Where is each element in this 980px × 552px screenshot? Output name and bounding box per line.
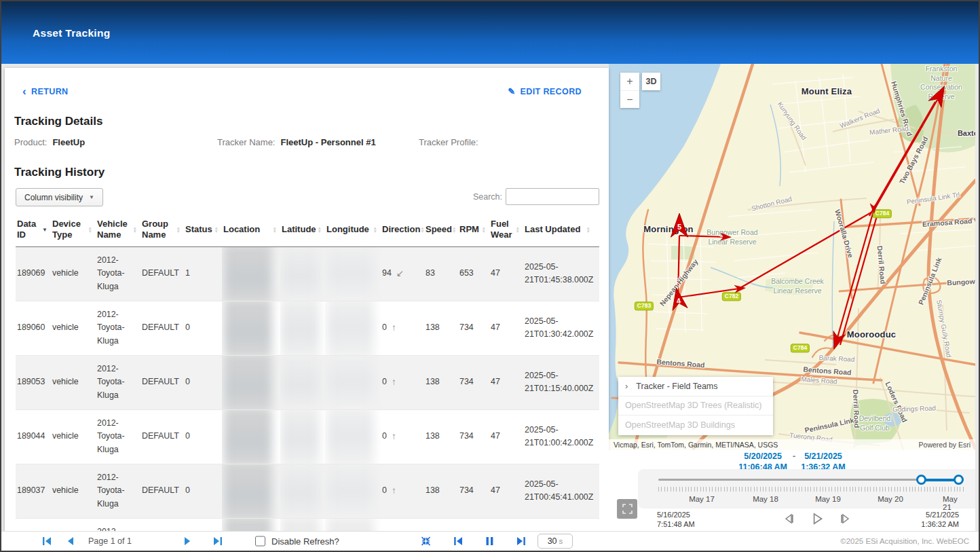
axis-label: May 20 [878,495,903,503]
pause-refresh-button[interactable] [485,536,495,547]
redacted-longitude [326,410,374,464]
track-arrow-marker[interactable]: 5 [669,213,690,240]
refresh-last-button[interactable] [515,536,527,547]
play-button[interactable] [810,511,825,526]
column-header-last-updated[interactable]: Last Updated▲▼ [523,213,594,246]
app-header: Asset Tracking [1,1,979,64]
table-row[interactable]: 189044vehicle2012-Toyota-KlugaDEFAULT00↑… [16,410,599,464]
cell-vehicle-name: 2012-Toyota-Kluga [96,464,140,518]
first-page-button[interactable] [41,536,53,547]
cell-direction: 0↑ [381,410,424,464]
arrow-icon [869,202,878,213]
cell-vehicle-name: 2012-Toyota-Kluga [96,519,140,532]
expand-button[interactable] [617,499,637,519]
cell-rpm: 653 [458,247,489,301]
cell-direction: 0↑ [381,301,424,355]
collapse-button[interactable] [420,536,432,547]
table-row[interactable]: 2012-Toyota-Kluga [16,519,599,532]
chevron-down-icon: ▼ [89,194,94,200]
slider-handle-end[interactable] [954,475,964,485]
track-arrow-marker[interactable] [719,232,732,242]
column-visibility-button[interactable]: Column visibility ▼ [16,188,103,206]
table-row[interactable]: 189069vehicle2012-Toyota-KlugaDEFAULT194… [16,247,599,301]
column-header-speed[interactable]: Speed▲▼ [424,213,458,246]
column-header-longitude[interactable]: Longitude▲▼ [325,213,381,246]
track-arrow-marker[interactable]: 4 [667,286,690,313]
sort-icon: ▲▼ [133,226,138,234]
chevron-right-icon[interactable]: › [625,381,628,391]
tracking-history-heading: Tracking History [14,166,599,179]
cell-fuel-wear [489,519,523,532]
edit-record-button[interactable]: ✎ EDIT RECORD [508,86,582,96]
step-forward-button[interactable] [839,512,852,526]
table-row[interactable]: 189053vehicle2012-Toyota-KlugaDEFAULT00↑… [16,356,599,410]
layer-item[interactable]: ›Tracker - Field Teams [618,377,773,397]
column-label: Status [185,224,212,235]
column-header-latitude[interactable]: Latitude▲▼ [280,213,325,246]
cell-location [222,247,280,301]
sort-icon: ▲▼ [452,226,457,234]
cell-latitude [280,464,325,518]
cell-longitude [325,464,381,518]
step-back-button[interactable] [782,512,795,526]
column-label: RPM [459,224,479,235]
column-header-data-id[interactable]: Data ID▼ [16,213,51,246]
column-header-status[interactable]: Status▲▼ [184,213,222,246]
column-header-direction[interactable]: Direction▲▼ [381,213,424,246]
direction-arrow-icon: ↑ [392,484,396,498]
column-header-rpm[interactable]: RPM▲▼ [458,213,489,246]
record-panel: ‹ RETURN ✎ EDIT RECORD Tracking Details … [5,68,609,532]
slider-ticks [658,487,964,492]
column-label: Direction [382,224,420,235]
cell-speed: 138 [424,410,458,464]
column-header-fuel-wear[interactable]: Fuel Wear▲▼ [489,213,523,246]
disable-refresh-checkbox[interactable] [255,536,265,547]
map-3d-button[interactable]: 3D [642,73,660,90]
track-arrow-marker[interactable] [733,283,746,294]
cell-rpm: 734 [458,464,489,518]
track-arrow-marker[interactable] [869,202,878,213]
column-header-group-name[interactable]: Group Name▲▼ [140,213,184,246]
direction-value: 94 [382,267,392,280]
column-label: Device Type [52,219,88,241]
zoom-in-button[interactable]: + [620,73,639,90]
column-header-location[interactable]: Location▲▼ [222,213,280,246]
table-row[interactable]: 189037vehicle2012-Toyota-KlugaDEFAULT00↑… [16,464,599,519]
layer-item[interactable]: OpenStreetMap 3D Buildings [618,416,773,435]
redacted-location [223,247,272,301]
return-button[interactable]: ‹ RETURN [22,86,69,96]
cell-direction: 0↑ [381,464,424,518]
axis-label: May 18 [753,495,778,503]
column-header-vehicle-name[interactable]: Vehicle Name▲▼ [96,213,140,246]
sort-icon: ▲▼ [373,226,379,234]
previous-page-button[interactable] [65,536,76,547]
arrow-icon [719,232,732,242]
search-input[interactable] [506,188,599,205]
slider-selected-segment[interactable] [921,479,958,481]
sort-icon: ▲▼ [482,226,487,234]
slider-handle-start[interactable] [916,475,926,485]
map-view[interactable]: Mount ElizaMorningtonMoorooducBaxterFran… [609,64,975,450]
next-page-button[interactable] [182,536,193,547]
route-shield: C782 [722,292,741,301]
cell-rpm: 734 [458,410,489,464]
cell-longitude [325,519,381,532]
redacted-longitude [326,519,374,532]
cell-fuel-wear: 47 [489,410,523,464]
sort-icon: ▲▼ [176,226,182,234]
refresh-first-button[interactable] [452,536,464,547]
direction-value: 0 [382,430,387,443]
copyright-text: ©2025 ESi Acquisition, Inc. WebEOC [840,537,969,545]
layer-item[interactable]: OpenStreetMap 3D Trees (Realistic) [618,397,773,416]
table-header-row: Data ID▼Device Type▲▼Vehicle Name▲▼Group… [16,213,599,247]
zoom-out-button[interactable]: − [620,90,639,108]
table-row[interactable]: 189060vehicle2012-Toyota-KlugaDEFAULT00↑… [16,301,599,356]
last-page-button[interactable] [212,536,224,547]
layer-list-panel: ›Tracker - Field TeamsOpenStreetMap 3D T… [618,377,773,435]
refresh-interval-input[interactable]: 30 s [538,534,573,549]
search-label: Search: [473,192,502,202]
time-slider-widget: 5/20/2025 11:06:48 AM - 5/21/2025 1:36:3… [609,450,975,532]
zoom-controls: + − [620,73,639,108]
sort-icon: ▲▼ [273,226,278,234]
column-header-device-type[interactable]: Device Type▲▼ [51,213,96,246]
